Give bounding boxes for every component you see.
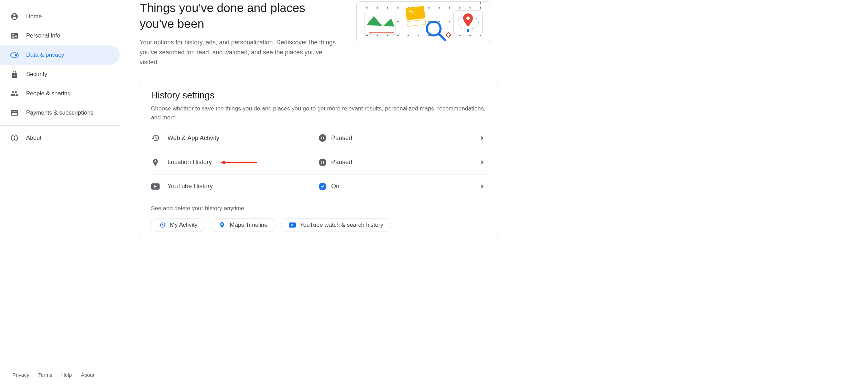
location-pin-icon bbox=[219, 222, 226, 228]
svg-point-6 bbox=[387, 7, 388, 9]
page-title: Things you've done and places you've bee… bbox=[140, 0, 339, 31]
page-subtitle: Your options for history, ads, and perso… bbox=[140, 38, 339, 67]
footer-link-help[interactable]: Help bbox=[61, 372, 72, 378]
svg-line-47 bbox=[438, 33, 445, 40]
sidebar-item-data-privacy[interactable]: Data & privacy bbox=[0, 45, 120, 65]
card-title: History settings bbox=[151, 90, 487, 101]
main-content: Things you've done and places you've bee… bbox=[120, 0, 868, 384]
svg-point-51 bbox=[466, 17, 470, 20]
sidebar-item-label: Personal info bbox=[26, 32, 60, 39]
row-status: Paused bbox=[319, 159, 352, 166]
sidebar-item-label: About bbox=[26, 135, 41, 141]
lock-icon bbox=[10, 70, 19, 78]
chip-maps-timeline[interactable]: Maps Timeline bbox=[211, 218, 275, 232]
chip-label: YouTube watch & search history bbox=[300, 222, 383, 228]
location-pin-icon bbox=[151, 158, 160, 167]
row-label: YouTube History bbox=[167, 183, 305, 190]
row-status: Paused bbox=[319, 134, 352, 142]
svg-rect-48 bbox=[446, 33, 451, 38]
chip-youtube-history[interactable]: YouTube watch & search history bbox=[281, 218, 391, 232]
chip-my-activity[interactable]: My Activity bbox=[151, 218, 205, 232]
sidebar: Home Personal info Data & privacy Securi… bbox=[0, 0, 120, 384]
youtube-icon bbox=[151, 182, 160, 191]
svg-point-15 bbox=[480, 7, 481, 9]
svg-rect-56 bbox=[323, 161, 324, 164]
row-label: Location History bbox=[167, 159, 305, 166]
svg-point-38 bbox=[469, 35, 471, 36]
id-card-icon bbox=[10, 32, 19, 40]
svg-point-10 bbox=[428, 7, 430, 9]
footer-link-privacy[interactable]: Privacy bbox=[12, 372, 29, 378]
svg-rect-54 bbox=[323, 137, 324, 139]
svg-point-5 bbox=[377, 7, 378, 9]
pause-icon bbox=[319, 159, 326, 166]
row-web-app-activity[interactable]: Web & App Activity Paused bbox=[151, 126, 487, 150]
svg-point-23 bbox=[438, 21, 440, 22]
svg-point-14 bbox=[469, 7, 471, 9]
sidebar-item-people-sharing[interactable]: People & sharing bbox=[0, 84, 120, 103]
youtube-icon bbox=[289, 222, 296, 228]
sidebar-item-personal-info[interactable]: Personal info bbox=[0, 26, 120, 45]
pause-icon bbox=[319, 134, 326, 142]
divider bbox=[0, 125, 120, 126]
svg-point-37 bbox=[459, 35, 460, 36]
svg-point-39 bbox=[480, 35, 481, 36]
sidebar-item-about[interactable]: About bbox=[0, 128, 120, 148]
svg-point-29 bbox=[377, 35, 378, 36]
svg-point-24 bbox=[449, 21, 450, 22]
sidebar-item-home[interactable]: Home bbox=[0, 7, 120, 26]
svg-point-32 bbox=[408, 35, 409, 36]
sidebar-item-security[interactable]: Security bbox=[0, 65, 120, 84]
sidebar-item-label: People & sharing bbox=[26, 90, 70, 97]
row-location-history[interactable]: Location History Paused bbox=[151, 150, 487, 174]
account-circle-icon bbox=[10, 12, 19, 21]
history-clock-icon bbox=[159, 222, 166, 228]
sidebar-item-payments-subscriptions[interactable]: Payments & subscriptions bbox=[0, 103, 120, 122]
hero-illustration: % bbox=[356, 1, 491, 43]
svg-point-13 bbox=[459, 7, 460, 9]
svg-point-7 bbox=[397, 7, 399, 9]
svg-point-11 bbox=[438, 7, 440, 9]
svg-point-30 bbox=[387, 35, 388, 36]
history-settings-card: History settings Choose whether to save … bbox=[140, 79, 498, 241]
card-subtitle: Choose whether to save the things you do… bbox=[151, 104, 487, 122]
chevron-right-icon bbox=[478, 182, 487, 191]
chip-label: My Activity bbox=[170, 222, 197, 228]
svg-point-33 bbox=[418, 35, 419, 36]
info-icon bbox=[10, 134, 19, 142]
svg-rect-55 bbox=[322, 161, 323, 164]
row-status: On bbox=[319, 183, 339, 190]
svg-point-19 bbox=[397, 21, 399, 22]
footer-links: Privacy Terms Help About bbox=[12, 372, 94, 378]
chip-label: Maps Timeline bbox=[230, 222, 268, 228]
check-icon bbox=[319, 183, 326, 190]
people-icon bbox=[10, 89, 19, 98]
svg-rect-53 bbox=[322, 137, 323, 139]
svg-point-31 bbox=[397, 35, 399, 36]
card-footnote: See and delete your history anytime bbox=[151, 205, 487, 212]
row-youtube-history[interactable]: YouTube History On bbox=[151, 174, 487, 198]
svg-point-12 bbox=[449, 7, 450, 9]
svg-rect-43 bbox=[405, 6, 425, 20]
history-clock-icon bbox=[151, 134, 160, 142]
svg-point-4 bbox=[366, 7, 368, 9]
svg-point-52 bbox=[467, 29, 469, 32]
sidebar-item-label: Security bbox=[26, 71, 47, 78]
credit-card-icon bbox=[10, 109, 19, 117]
chevron-right-icon bbox=[478, 134, 487, 142]
svg-text:%: % bbox=[409, 9, 414, 15]
footer-link-terms[interactable]: Terms bbox=[38, 372, 52, 378]
svg-point-28 bbox=[366, 35, 368, 36]
svg-rect-45 bbox=[407, 20, 426, 26]
toggle-on-icon bbox=[10, 51, 19, 59]
footer-link-about[interactable]: About bbox=[81, 372, 94, 378]
chevron-right-icon bbox=[478, 158, 487, 167]
sidebar-item-label: Payments & subscriptions bbox=[26, 109, 94, 116]
sidebar-item-label: Data & privacy bbox=[26, 52, 64, 58]
row-label: Web & App Activity bbox=[167, 135, 305, 142]
svg-point-1 bbox=[15, 54, 17, 56]
sidebar-item-label: Home bbox=[26, 13, 42, 20]
